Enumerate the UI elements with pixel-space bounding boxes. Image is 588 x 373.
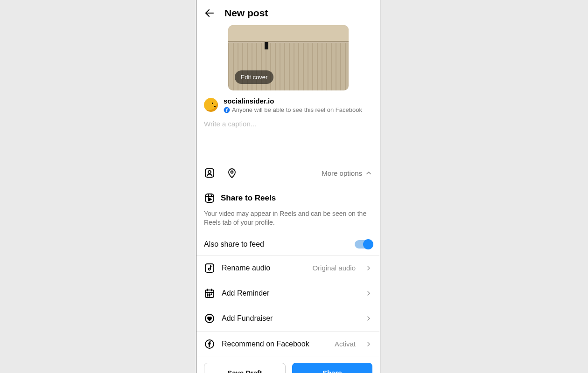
recommend-on-facebook-label: Recommend on Facebook [222,340,328,348]
cover-image-detail [265,42,268,49]
back-arrow-icon[interactable] [204,7,215,19]
rename-audio-label: Rename audio [222,264,306,272]
header: New post [196,0,380,23]
also-share-to-feed-label: Also share to feed [204,240,264,249]
visibility-row: Anyone will be able to see this reel on … [224,106,362,113]
svg-point-3 [208,171,211,173]
rename-audio-row[interactable]: Rename audio Original audio [196,256,380,281]
share-to-reels-description: Your video may appear in Reels and can b… [204,209,372,227]
svg-marker-9 [209,198,211,201]
more-options-label: More options [322,169,362,177]
options-row: More options [196,162,380,185]
svg-point-16 [209,294,210,295]
new-post-screen: New post Edit cover socialinsider.io Any… [196,0,380,373]
add-reminder-label: Add Reminder [222,289,358,297]
visibility-text: Anyone will be able to see this reel on … [232,106,362,113]
also-share-to-feed-toggle[interactable] [355,240,372,249]
bottom-action-bar: Save Draft Share [196,357,380,373]
svg-point-19 [209,295,210,296]
caption-input[interactable]: Write a caption... [196,115,380,162]
username: socialinsider.io [224,97,362,105]
chevron-right-icon [365,340,372,348]
section-header: Share to Reels [204,193,372,204]
chevron-up-icon [365,169,372,177]
rename-audio-value: Original audio [312,264,356,272]
reels-icon [204,193,215,204]
account-row: socialinsider.io Anyone will be able to … [196,90,380,115]
share-to-reels-title: Share to Reels [221,193,276,203]
tag-people-icon[interactable] [204,167,215,179]
also-share-to-feed-row: Also share to feed [196,234,380,256]
cover-image[interactable]: Edit cover [228,25,349,90]
recommend-on-facebook-row[interactable]: Recommend on Facebook Activat [196,332,380,357]
more-options-button[interactable]: More options [322,169,372,177]
cover-image-detail [228,25,349,42]
options-icons [204,167,238,179]
add-fundraiser-label: Add Fundraiser [222,314,358,323]
svg-point-17 [211,294,212,295]
svg-point-15 [207,294,208,295]
save-draft-button[interactable]: Save Draft [204,363,286,373]
recommend-on-facebook-value: Activat [335,340,356,348]
chevron-right-icon [365,290,372,297]
add-fundraiser-row[interactable]: Add Fundraiser [196,306,380,331]
edit-cover-button[interactable]: Edit cover [235,70,274,84]
cover-preview-area: Edit cover [196,23,380,90]
caption-placeholder: Write a caption... [204,120,372,128]
avatar[interactable] [204,98,218,112]
chevron-right-icon [365,264,372,272]
facebook-icon [224,107,230,113]
svg-point-4 [231,171,233,173]
add-reminder-row[interactable]: Add Reminder [196,281,380,306]
chevron-right-icon [365,315,372,322]
svg-rect-2 [205,169,214,177]
heart-circle-icon [204,313,215,324]
share-button[interactable]: Share [292,363,373,373]
page-title: New post [224,7,268,19]
share-to-reels-section: Share to Reels Your video may appear in … [196,185,380,234]
svg-point-18 [207,295,208,296]
account-text: socialinsider.io Anyone will be able to … [224,97,362,113]
location-pin-icon[interactable] [226,167,238,179]
calendar-icon [204,288,215,299]
audio-icon [204,262,215,274]
facebook-circle-icon [204,338,215,350]
